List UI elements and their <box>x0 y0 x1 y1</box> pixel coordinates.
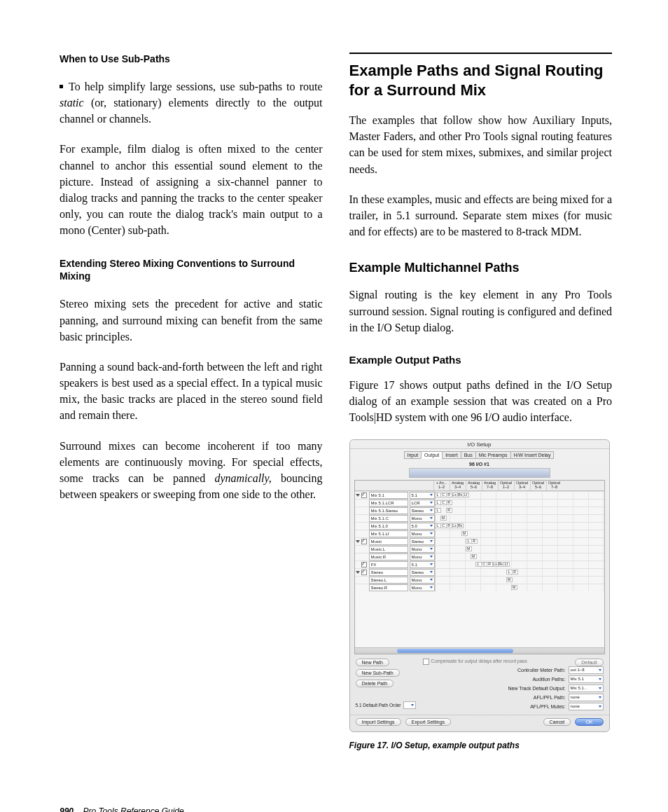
path-name-field[interactable]: Mix 5.1.Lf <box>369 530 408 537</box>
channel-cell[interactable]: R <box>512 570 518 574</box>
format-select[interactable]: LCR <box>410 500 435 507</box>
caret-down-icon <box>430 571 433 573</box>
left-column: When to Use Sub-Paths To help simplify l… <box>60 53 323 750</box>
channel-cell[interactable]: M <box>466 546 472 551</box>
io-setup-dialog: I/O Setup InputOutputInsertBusMic Preamp… <box>349 439 610 732</box>
path-row[interactable]: Mix 5.1.LfMonoM <box>355 530 604 537</box>
disclosure-triangle-icon[interactable] <box>356 494 360 497</box>
cancel-button[interactable]: Cancel <box>543 718 571 726</box>
tab-output[interactable]: Output <box>421 451 443 459</box>
path-name-field[interactable]: Mix 5.1.Stereo <box>369 507 408 514</box>
paragraph: Signal routing is the key element in any… <box>349 287 613 336</box>
option-select[interactable]: Mix 5.1 <box>569 675 604 683</box>
ok-button[interactable]: OK <box>575 718 603 726</box>
checkbox-icon[interactable] <box>361 570 367 575</box>
tab-h-w-insert-delay[interactable]: H/W Insert Delay <box>510 451 555 459</box>
checkbox-icon[interactable] <box>423 659 429 665</box>
path-row[interactable]: Music.RMonoM <box>355 553 604 560</box>
path-name-field[interactable]: Mix 5.1.0 <box>369 523 408 530</box>
path-name-field[interactable]: Stereo.L <box>369 577 408 584</box>
grid-header: + An...1–2Analog3–4Analog5–6Analog7–8Opt… <box>355 481 604 491</box>
path-row[interactable]: Mix 5.15.1LCRLsRsLf <box>355 491 604 499</box>
tab-mic-preamps[interactable]: Mic Preamps <box>475 451 511 459</box>
format-select[interactable]: Stereo <box>410 507 435 514</box>
option-row: Audition Paths:Mix 5.1 <box>423 675 604 683</box>
tab-insert[interactable]: Insert <box>442 451 461 459</box>
delete-path-button[interactable]: Delete Path <box>356 680 394 687</box>
channel-cell[interactable]: M <box>511 585 517 590</box>
path-name-field[interactable]: FX <box>369 561 408 568</box>
path-name-field[interactable]: Music.R <box>369 553 408 560</box>
channel-cell[interactable]: Rs <box>457 523 464 528</box>
disclosure-triangle-icon[interactable] <box>356 540 360 543</box>
scrollbar-thumb[interactable] <box>397 649 513 653</box>
channel-cell[interactable]: L <box>435 508 441 513</box>
path-row[interactable]: Mix 5.1.05.0LCRLsRs <box>355 522 604 530</box>
bullet-list: To help simplify large sessions, use sub… <box>60 78 323 128</box>
tab-input[interactable]: Input <box>404 451 422 459</box>
channel-cell[interactable]: Lf <box>463 493 469 497</box>
option-select[interactable]: none <box>569 703 604 710</box>
path-name-field[interactable]: Mix 5.1.C <box>369 515 408 522</box>
column-header: Optical1–2 <box>498 481 514 490</box>
caret-down-icon <box>430 579 433 581</box>
hardware-strip <box>409 468 550 478</box>
format-select[interactable]: 5.1 <box>410 561 435 568</box>
path-name-field[interactable]: Music <box>369 538 408 545</box>
path-row[interactable]: Mix 5.1.StereoStereoLR <box>355 507 604 514</box>
path-name-field[interactable]: Stereo <box>369 569 408 576</box>
path-row[interactable]: Mix 5.1.CMonoM <box>355 514 604 522</box>
column-header: Optical5–6 <box>530 481 546 490</box>
channel-cell[interactable]: M <box>461 531 468 536</box>
import-settings-button[interactable]: Import Settings <box>356 718 401 726</box>
channel-area: M <box>435 530 604 537</box>
format-select[interactable]: Mono <box>410 530 435 537</box>
path-row[interactable]: MusicStereoLR <box>355 537 604 545</box>
format-select[interactable]: 5.1 <box>410 492 435 499</box>
option-select[interactable]: none <box>569 694 604 701</box>
option-select[interactable]: out 1–8 <box>569 666 604 674</box>
format-select[interactable]: Stereo <box>410 538 435 545</box>
default-button[interactable]: Default <box>575 659 603 666</box>
paths-grid: + An...1–2Analog3–4Analog5–6Analog7–8Opt… <box>354 480 605 654</box>
new-sub-path-button[interactable]: New Sub-Path <box>356 669 400 677</box>
channel-area: LCRLsRsLf <box>435 561 604 568</box>
path-name-field[interactable]: Mix 5.1 <box>369 492 408 499</box>
new-path-button[interactable]: New Path <box>356 659 389 666</box>
channel-cell[interactable]: M <box>506 577 513 582</box>
path-row[interactable]: Stereo.LMonoM <box>355 576 604 584</box>
default-path-order-select[interactable] <box>403 701 416 709</box>
format-select[interactable]: Mono <box>410 515 435 522</box>
option-row: Controller Meter Path:out 1–8 <box>423 666 604 674</box>
path-name-field[interactable]: Music.L <box>369 546 408 553</box>
format-select[interactable]: 5.0 <box>410 523 435 530</box>
checkbox-icon[interactable] <box>361 562 367 567</box>
hardware-label: 96 I/O #1 <box>350 462 609 467</box>
path-row[interactable]: Stereo.RMonoM <box>355 584 604 591</box>
option-select[interactable]: Mix 5.1... <box>569 684 604 692</box>
channel-cell[interactable]: R <box>446 508 452 513</box>
format-select[interactable]: Stereo <box>410 569 435 576</box>
channel-cell[interactable]: R <box>446 500 452 505</box>
tab-bus[interactable]: Bus <box>461 451 476 459</box>
channel-cell[interactable]: Lf <box>503 562 510 567</box>
heading-when-to-use: When to Use Sub-Paths <box>60 53 323 66</box>
channel-cell[interactable]: M <box>440 516 447 521</box>
horizontal-scrollbar[interactable] <box>355 647 604 654</box>
checkbox-icon[interactable] <box>361 539 367 544</box>
path-name-field[interactable]: Mix 5.1.LCR <box>369 500 408 507</box>
format-select[interactable]: Mono <box>410 577 435 584</box>
path-name-field[interactable]: Stereo.R <box>369 584 408 591</box>
path-row[interactable]: Music.LMonoM <box>355 545 604 553</box>
disclosure-triangle-icon[interactable] <box>356 571 360 574</box>
format-select[interactable]: Mono <box>410 553 435 560</box>
channel-cell[interactable]: M <box>471 554 477 559</box>
format-select[interactable]: Mono <box>410 584 435 591</box>
format-select[interactable]: Mono <box>410 546 435 553</box>
export-settings-button[interactable]: Export Settings <box>405 718 451 726</box>
path-row[interactable]: FX5.1LCRLsRsLf <box>355 560 604 568</box>
checkbox-icon[interactable] <box>361 493 367 498</box>
path-row[interactable]: Mix 5.1.LCRLCRLCR <box>355 499 604 507</box>
channel-cell[interactable]: R <box>471 539 478 544</box>
path-row[interactable]: StereoStereoLR <box>355 568 604 576</box>
